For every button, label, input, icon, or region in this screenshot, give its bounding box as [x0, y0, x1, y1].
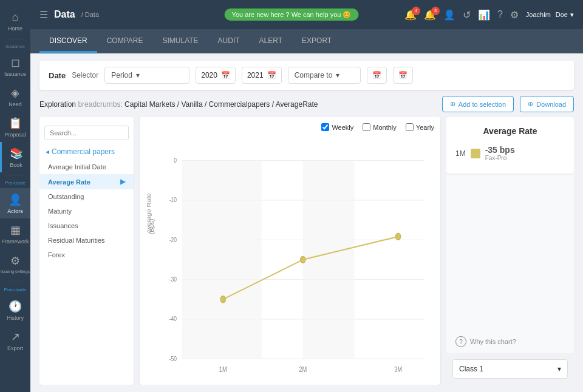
main-content: ◂ Commercial papers Average Initial Date…	[39, 117, 574, 385]
user-menu[interactable]: Joachim Doe ▾	[526, 11, 574, 19]
compare-date-field[interactable]: 📅	[367, 67, 387, 84]
export-icon: ↗	[11, 330, 20, 343]
tab-export[interactable]: EXPORT	[292, 30, 341, 53]
calendar-icon-2[interactable]: 📅	[267, 71, 276, 79]
chevron-down-icon-compare: ▾	[336, 71, 339, 79]
compare-dropdown[interactable]: Compare to ▾	[288, 67, 361, 84]
refresh-icon[interactable]: ↺	[463, 9, 471, 21]
right-spacer	[446, 174, 574, 330]
svg-text:-20: -20	[169, 235, 177, 243]
weekly-checkbox[interactable]	[321, 123, 329, 131]
chart-area: Weekly Monthly Yearly Average Rate	[140, 117, 440, 385]
book-icon: 📚	[10, 147, 23, 160]
sidebar-item-history[interactable]: 🕐 History	[0, 295, 30, 325]
chart-icon[interactable]: 📊	[478, 9, 490, 21]
calendar-icon-3[interactable]: 📅	[372, 71, 381, 79]
tab-alert[interactable]: ALERT	[250, 30, 292, 53]
rate-card-title: Average Rate	[455, 126, 565, 136]
svg-rect-13	[182, 161, 261, 359]
tree-section-header[interactable]: ◂ Commercial papers	[39, 144, 134, 160]
sidebar-item-proposal[interactable]: 📋 Proposal	[0, 112, 30, 142]
sidebar-item-home[interactable]: ⌂ Home	[0, 6, 30, 36]
add-to-selection-button[interactable]: ⊕ Add to selection	[442, 96, 514, 112]
sidebar-item-label: History	[7, 315, 24, 321]
help-icon[interactable]: ?	[497, 9, 503, 20]
plus-icon: ⊕	[450, 100, 455, 108]
app-title: Data	[54, 9, 75, 20]
sidebar-item-label: Framework	[1, 238, 29, 245]
date-to-field[interactable]: 2021 📅	[242, 67, 282, 84]
tab-discover[interactable]: DISCOVER	[39, 30, 97, 53]
tree-item-outstanding[interactable]: Outstanding	[39, 189, 134, 204]
chevron-down-icon: ▾	[136, 71, 140, 79]
sidebar-item-issuing-settings[interactable]: ⚙ Issuing settings	[0, 249, 30, 279]
tree-item-average-initial-date[interactable]: Average Initial Date	[39, 160, 134, 174]
main-area: ☰ Data / Data You are new here ? We can …	[30, 0, 583, 392]
svg-text:-10: -10	[169, 196, 177, 203]
tree-item-average-rate[interactable]: Average Rate ▶	[39, 174, 134, 189]
why-chart-label: Why this chart?	[470, 338, 516, 345]
class-dropdown[interactable]: Class 1 ▾	[452, 359, 568, 379]
banner-container: You are new here ? We can help you 😊	[225, 10, 359, 19]
class-selector: Class 1 ▾	[446, 353, 574, 385]
rate-color-indicator	[471, 149, 480, 158]
svg-text:1M: 1M	[219, 365, 227, 373]
sidebar-item-framework[interactable]: ▦ Framework	[0, 218, 30, 249]
sidebar-item-export[interactable]: ↗ Export	[0, 325, 30, 356]
welcome-banner: You are new here ? We can help you 😊	[225, 8, 359, 21]
issuing-settings-icon: ⚙	[10, 254, 20, 268]
notifications-badge: 4	[412, 7, 420, 15]
nav-tabs: DISCOVER COMPARE SIMULATE AUDIT ALERT EX…	[30, 29, 583, 53]
exploration-actions: ⊕ Add to selection ⊕ Download	[442, 96, 574, 112]
sidebar-item-label: Need	[9, 101, 22, 107]
period-dropdown[interactable]: Period ▾	[104, 67, 189, 84]
sidebar-section-pretrade: Pre-trade	[0, 178, 30, 188]
chart-container: Average Rate (Bps) 0 -10 -20 -30 -40	[146, 134, 434, 379]
sidebar-item-book[interactable]: 📚 Book	[0, 142, 30, 172]
tree-panel: ◂ Commercial papers Average Initial Date…	[39, 117, 134, 385]
exploration-breadcrumb: Exploration breadcrumbs: Capital Markets…	[39, 100, 318, 109]
menu-icon[interactable]: ☰	[39, 9, 48, 21]
svg-text:-40: -40	[169, 315, 177, 322]
tree-item-residual-maturities[interactable]: Residual Maturities	[39, 233, 134, 248]
compare-date-field-2[interactable]: 📅	[393, 67, 413, 84]
legend-yearly[interactable]: Yearly	[406, 123, 434, 131]
alerts-icon[interactable]: 🔔 3	[424, 9, 436, 21]
legend-monthly[interactable]: Monthly	[363, 123, 397, 131]
tree-item-forex[interactable]: Forex	[39, 248, 134, 262]
why-chart-button[interactable]: ? Why this chart?	[446, 330, 574, 353]
alerts-badge: 3	[431, 7, 440, 15]
download-button[interactable]: ⊕ Download	[520, 96, 574, 112]
date-sublabel: Selector	[72, 71, 98, 79]
notifications-icon[interactable]: 🔔 4	[404, 9, 417, 21]
tab-audit[interactable]: AUDIT	[208, 30, 250, 53]
search-input[interactable]	[44, 126, 129, 140]
tab-simulate[interactable]: SIMULATE	[152, 30, 208, 53]
svg-text:(Bps): (Bps)	[149, 218, 155, 234]
calendar-icon-4[interactable]: 📅	[398, 71, 407, 79]
calendar-icon[interactable]: 📅	[221, 71, 230, 79]
topbar: ☰ Data / Data You are new here ? We can …	[30, 0, 583, 29]
legend-weekly[interactable]: Weekly	[321, 123, 353, 131]
svg-rect-14	[303, 161, 355, 359]
sidebar-item-issuance[interactable]: ◻ Issuance	[0, 51, 30, 81]
tab-compare[interactable]: COMPARE	[97, 30, 153, 53]
sidebar-item-actors[interactable]: 👤 Actors	[0, 188, 30, 218]
breadcrumb: / Data	[81, 11, 99, 18]
rate-row: 1M -35 bps Fax-Pro	[455, 145, 565, 161]
tree-item-issuances[interactable]: Issuances	[39, 218, 134, 233]
rate-sub: Fax-Pro	[485, 155, 515, 161]
issuance-icon: ◻	[11, 56, 20, 69]
sidebar-item-label: Issuance	[4, 71, 26, 77]
proposal-icon: 📋	[9, 117, 22, 130]
monthly-checkbox[interactable]	[363, 123, 370, 131]
sidebar-item-need[interactable]: ◈ Need	[0, 81, 30, 112]
date-from-field[interactable]: 2020 📅	[196, 67, 236, 84]
yearly-checkbox[interactable]	[406, 123, 414, 131]
tree-item-maturity[interactable]: Maturity	[39, 204, 134, 218]
why-icon: ?	[455, 336, 466, 347]
svg-text:2M: 2M	[299, 365, 307, 373]
settings-icon[interactable]: ⚙	[510, 9, 519, 21]
user-profile-icon[interactable]: 👤	[443, 9, 455, 21]
arrow-right-icon: ▶	[120, 178, 125, 186]
